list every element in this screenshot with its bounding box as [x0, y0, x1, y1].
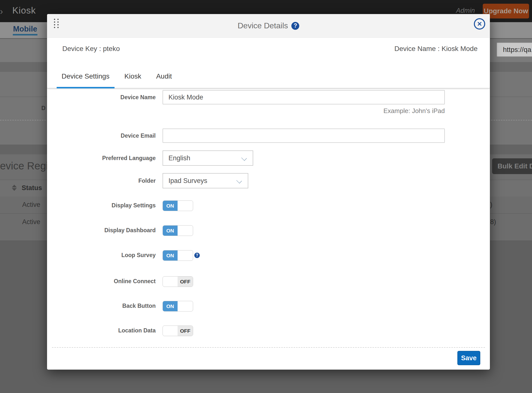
tab-audit[interactable]: Audit — [151, 59, 177, 88]
help-icon[interactable]: ? — [291, 22, 299, 30]
device-email-row: Device Email — [47, 129, 490, 143]
online-connect-label: Online Connect — [47, 276, 156, 286]
device-key-row: Device Key : pteko Device Name : Kiosk M… — [47, 37, 490, 59]
location-data-label: Location Data — [47, 326, 156, 336]
tab-mobile-underline — [13, 34, 37, 35]
device-name-row: Device Name — [47, 90, 490, 104]
online-connect-toggle[interactable]: OFF — [163, 276, 193, 287]
toggle-state: OFF — [178, 277, 193, 287]
device-details-modal: Device Details ? ✕ Device Key : pteko De… — [47, 14, 490, 370]
status-column-header: Status — [22, 184, 42, 192]
toggle-state: ON — [163, 250, 178, 261]
chevron-down-icon — [241, 155, 247, 161]
preferred-language-row: Preferred Language English — [47, 150, 490, 166]
location-data-row: Location Data OFF — [47, 326, 490, 336]
save-button[interactable]: Save — [457, 351, 480, 365]
display-settings-row: Display Settings ON — [47, 200, 490, 211]
location-data-toggle[interactable]: OFF — [163, 326, 193, 336]
toggle-state: OFF — [178, 326, 193, 336]
status-cell: Active — [22, 201, 40, 209]
tab-device-settings[interactable]: Device Settings — [57, 59, 115, 88]
admin-menu: Admin — [456, 7, 475, 15]
display-dashboard-toggle[interactable]: ON — [163, 225, 193, 236]
device-name-input[interactable] — [163, 90, 445, 104]
toggle-state: ON — [163, 201, 178, 211]
folder-value: Ipad Surveys — [168, 177, 207, 185]
display-settings-label: Display Settings — [47, 200, 156, 211]
modal-tabs: Device Settings Kiosk Audit — [47, 59, 490, 88]
loop-survey-label: Loop Survey — [47, 250, 156, 260]
back-button-row: Back Button ON — [47, 301, 490, 311]
back-button-toggle[interactable]: ON — [163, 301, 193, 311]
background-label-fragment: D — [41, 105, 46, 112]
device-name-label: Device Name — [47, 90, 156, 104]
loop-survey-toggle[interactable]: ON — [163, 250, 193, 261]
toggle-state: ON — [163, 226, 178, 236]
table-cell-fragment: 8) — [490, 218, 496, 226]
device-settings-form: Device Name Example: John's iPad Device … — [47, 88, 490, 370]
toggle-state: ON — [163, 301, 178, 311]
preferred-language-value: English — [168, 154, 190, 162]
display-dashboard-label: Display Dashboard — [47, 225, 156, 235]
device-email-input[interactable] — [163, 129, 445, 143]
device-name-hint: Example: John's iPad — [163, 107, 445, 115]
breadcrumb-chevron-icon: › — [0, 6, 3, 17]
back-button-label: Back Button — [47, 301, 156, 311]
loop-survey-row: Loop Survey ON ? — [47, 250, 490, 260]
display-settings-toggle[interactable]: ON — [163, 200, 193, 211]
chevron-down-icon — [236, 178, 242, 184]
display-dashboard-row: Display Dashboard ON — [47, 225, 490, 235]
modal-header: Device Details ? ✕ — [47, 14, 490, 38]
folder-label: Folder — [47, 173, 156, 188]
folder-row: Folder Ipad Surveys — [47, 173, 490, 188]
status-cell: Active — [22, 218, 40, 226]
page-title-kiosk: Kiosk — [12, 5, 36, 16]
device-name-text: Device Name : Kiosk Mode — [394, 45, 478, 59]
tab-mobile: Mobile — [13, 25, 37, 33]
tab-kiosk[interactable]: Kiosk — [119, 59, 146, 88]
close-icon[interactable]: ✕ — [474, 18, 485, 30]
preferred-language-label: Preferred Language — [47, 150, 156, 166]
modal-title: Device Details — [238, 21, 288, 30]
sort-icon — [12, 185, 17, 191]
table-cell-fragment: ) — [490, 201, 492, 209]
online-connect-row: Online Connect OFF — [47, 276, 490, 286]
loop-survey-help-icon[interactable]: ? — [194, 253, 200, 258]
footer-divider — [52, 347, 485, 348]
device-key-text: Device Key : pteko — [62, 45, 120, 59]
device-email-label: Device Email — [47, 129, 156, 143]
folder-select[interactable]: Ipad Surveys — [163, 173, 248, 188]
preferred-language-select[interactable]: English — [163, 150, 253, 166]
background-url-input: https://qa. — [497, 42, 532, 57]
bulk-edit-devices-button: Bulk Edit Dev — [492, 158, 532, 174]
